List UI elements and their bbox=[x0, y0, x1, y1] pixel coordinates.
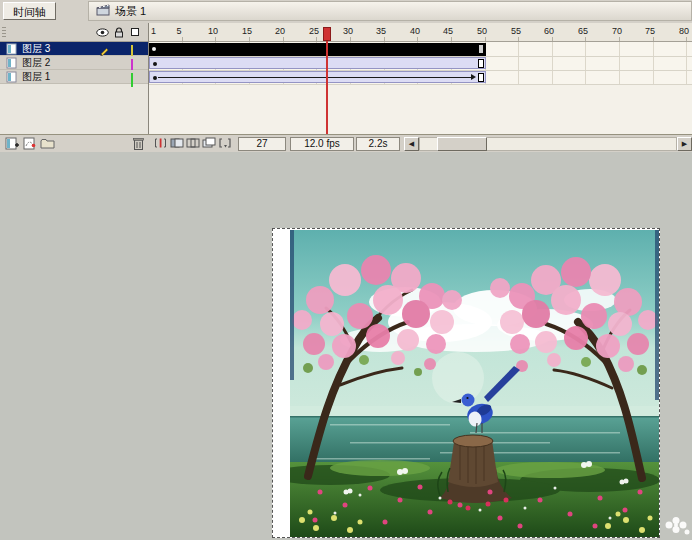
tween-line bbox=[158, 77, 472, 78]
layer-row-2[interactable]: 图层 2 bbox=[0, 56, 148, 70]
layers-header bbox=[0, 23, 148, 42]
frame-number: 40 bbox=[404, 26, 426, 36]
center-frame-button[interactable] bbox=[154, 137, 167, 151]
add-motion-guide-button[interactable] bbox=[22, 137, 38, 152]
stage-area[interactable] bbox=[0, 152, 692, 540]
onion-skin-outlines-button[interactable] bbox=[186, 137, 200, 151]
scene-label[interactable]: 场景 1 bbox=[115, 4, 146, 19]
layer-name[interactable]: 图层 2 bbox=[22, 57, 50, 69]
timeline-scrollbar-thumb[interactable] bbox=[437, 137, 487, 151]
layer-page-icon bbox=[6, 71, 18, 85]
frame-ruler[interactable]: 1 5 10 15 20 25 30 35 40 45 50 55 60 65 … bbox=[149, 23, 692, 42]
layer3-frame-span[interactable] bbox=[149, 43, 486, 56]
scene-bar: 场景 1 bbox=[88, 1, 692, 21]
delete-layer-button[interactable] bbox=[132, 136, 145, 153]
flash-authoring-window: 时间轴 场景 1 bbox=[0, 0, 692, 540]
keyframe-dot bbox=[153, 76, 157, 80]
frame-number: 25 bbox=[303, 26, 325, 36]
scene-clapper-icon bbox=[96, 4, 110, 18]
frame-number: 30 bbox=[337, 26, 359, 36]
frame-rate-field[interactable]: 12.0 fps bbox=[290, 137, 354, 151]
insert-layer-button[interactable] bbox=[4, 137, 20, 152]
frame-number: 20 bbox=[269, 26, 291, 36]
ruler-ticks bbox=[149, 37, 692, 41]
playhead-line bbox=[326, 41, 328, 134]
layer2-frame-span[interactable] bbox=[149, 57, 486, 69]
current-frame-field[interactable]: 27 bbox=[238, 137, 286, 151]
frame-number: 80 bbox=[673, 26, 692, 36]
timeline-panel: 时间轴 场景 1 bbox=[0, 0, 692, 152]
timeline-status-bar: 27 12.0 fps 2.2s ◀ ▶ bbox=[0, 134, 692, 152]
layer-name[interactable]: 图层 3 bbox=[22, 43, 50, 55]
elapsed-time-field[interactable]: 2.2s bbox=[356, 137, 400, 151]
layer-page-icon bbox=[6, 57, 18, 71]
layers-pane: 图层 3 图层 2 bbox=[0, 23, 148, 134]
stage-artwork[interactable] bbox=[272, 228, 660, 538]
panel-grip[interactable] bbox=[2, 27, 6, 38]
end-frame-rect bbox=[478, 59, 484, 68]
frame-number: 70 bbox=[606, 26, 628, 36]
layer-page-icon bbox=[6, 43, 18, 57]
row-separator bbox=[149, 84, 692, 85]
frame-number: 15 bbox=[236, 26, 258, 36]
outline-column-icon[interactable] bbox=[131, 28, 139, 36]
frames-pane: 1 5 10 15 20 25 30 35 40 45 50 55 60 65 … bbox=[149, 23, 692, 134]
frame-number: 10 bbox=[202, 26, 224, 36]
playhead-marker[interactable] bbox=[323, 27, 331, 41]
frame-number: 5 bbox=[168, 26, 190, 36]
scroll-left-button[interactable]: ◀ bbox=[404, 137, 419, 151]
frame-number: 1 bbox=[149, 26, 159, 36]
frame-number: 60 bbox=[538, 26, 560, 36]
onion-skin-button[interactable] bbox=[170, 137, 184, 151]
tween-arrow bbox=[471, 74, 476, 80]
frame-number: 45 bbox=[437, 26, 459, 36]
layer-row-3[interactable]: 图层 3 bbox=[0, 42, 148, 56]
frame-number: 50 bbox=[471, 26, 493, 36]
timeline-tab[interactable]: 时间轴 bbox=[3, 2, 56, 20]
scene-image bbox=[290, 230, 659, 537]
layer-name[interactable]: 图层 1 bbox=[22, 71, 50, 83]
frame-number: 35 bbox=[370, 26, 392, 36]
frame-number: 65 bbox=[572, 26, 594, 36]
layer-row-1[interactable]: 图层 1 bbox=[0, 70, 148, 84]
keyframe-dot bbox=[153, 62, 157, 66]
edit-multiple-frames-button[interactable] bbox=[202, 137, 216, 151]
lock-column-icon[interactable] bbox=[114, 27, 124, 40]
frame-number: 55 bbox=[505, 26, 527, 36]
scroll-right-button[interactable]: ▶ bbox=[677, 137, 692, 151]
span-end-marker bbox=[479, 45, 483, 53]
modify-onion-markers-button[interactable] bbox=[218, 137, 232, 151]
watermark-logo bbox=[660, 515, 690, 539]
insert-layer-folder-button[interactable] bbox=[40, 137, 56, 152]
show-hide-column-icon[interactable] bbox=[96, 27, 109, 39]
keyframe-dot bbox=[152, 47, 156, 51]
end-frame-rect bbox=[478, 73, 484, 82]
frame-number: 75 bbox=[639, 26, 661, 36]
layer-outline-swatch[interactable] bbox=[131, 74, 133, 86]
layer1-frame-span[interactable] bbox=[149, 71, 486, 83]
